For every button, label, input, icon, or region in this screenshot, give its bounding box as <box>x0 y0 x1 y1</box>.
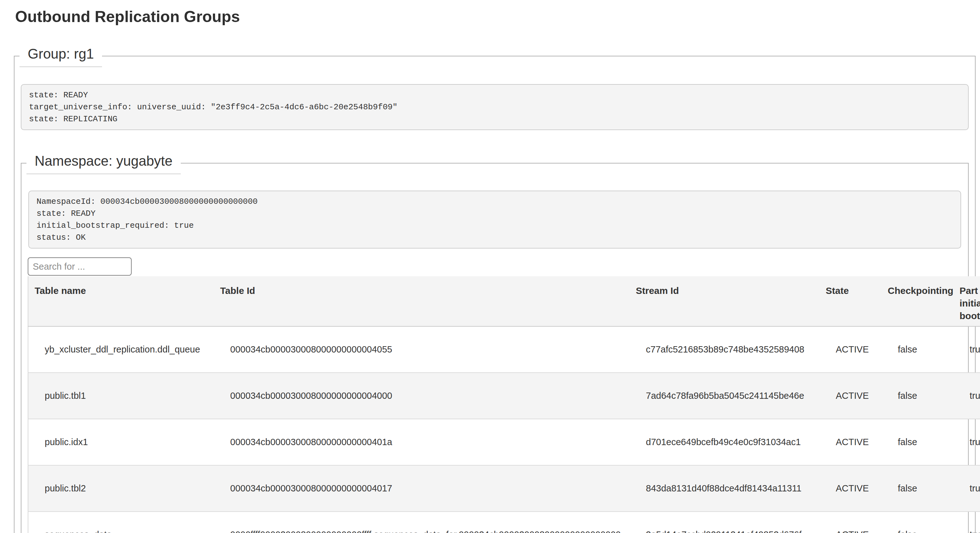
table-row: public.tbl2 000034cb00003000800000000000… <box>28 465 980 512</box>
cell-stream-id: 843da8131d40f88dce4df81434a11311 <box>630 465 819 512</box>
cell-checkpointing: false <box>881 373 953 419</box>
page-title: Outbound Replication Groups <box>15 8 980 25</box>
cell-table-id: 000034cb000030008000000000004055 <box>214 326 630 373</box>
cell-part-of-initial-bootstrap: true <box>953 326 980 373</box>
namespace-info: NamespaceId: 000034cb0000300080000000000… <box>28 191 961 248</box>
table-row: public.tbl1 000034cb00003000800000000000… <box>28 373 980 419</box>
cell-state: ACTIVE <box>819 326 881 373</box>
namespace-fieldset: Namespace: yugabyte NamespaceId: 000034c… <box>21 163 969 533</box>
cell-part-of-initial-bootstrap: true <box>953 419 980 465</box>
column-header-table-id: Table Id <box>214 276 630 326</box>
column-header-table-name: Table name <box>28 276 214 326</box>
table-row: yb_xcluster_ddl_replication.ddl_queue 00… <box>28 326 980 373</box>
cell-state: ACTIVE <box>819 419 881 465</box>
cell-part-of-initial-bootstrap: true <box>953 465 980 512</box>
cell-stream-id: c77afc5216853b89c748be4352589408 <box>630 326 819 373</box>
table-body: yb_xcluster_ddl_replication.ddl_queue 00… <box>28 326 980 533</box>
cell-table-name: public.tbl1 <box>28 373 214 419</box>
table-header-row: Table name Table Id Stream Id State Chec… <box>28 276 980 326</box>
column-header-stream-id: Stream Id <box>630 276 819 326</box>
table-row: public.idx1 000034cb00003000800000000000… <box>28 419 980 465</box>
cell-table-id: 0000ffff00003000800000000000ffff.sequenc… <box>214 512 630 533</box>
cell-table-name: public.tbl2 <box>28 465 214 512</box>
cell-checkpointing: false <box>881 419 953 465</box>
cell-table-name: sequences_data <box>28 512 214 533</box>
cell-checkpointing: false <box>881 512 953 533</box>
namespace-legend: Namespace: yugabyte <box>27 153 181 174</box>
cell-stream-id: d701ece649bcefb49c4e0c9f31034ac1 <box>630 419 819 465</box>
cell-part-of-initial-bootstrap: true <box>953 512 980 533</box>
cell-table-id: 000034cb000030008000000000004000 <box>214 373 630 419</box>
cell-stream-id: 7ad64c78fa96b5ba5045c241145be46e <box>630 373 819 419</box>
cell-stream-id: 3a5d14e7ccbd02911341ef49853d676f <box>630 512 819 533</box>
column-header-checkpointing: Checkpointing <box>881 276 953 326</box>
column-header-part-of-initial-bootstrap: Part of initial bootstrap <box>953 276 980 326</box>
search-input[interactable] <box>28 257 132 276</box>
cell-checkpointing: false <box>881 326 953 373</box>
cell-table-name: yb_xcluster_ddl_replication.ddl_queue <box>28 326 214 373</box>
cell-table-name: public.idx1 <box>28 419 214 465</box>
cell-table-id: 000034cb000030008000000000004017 <box>214 465 630 512</box>
group-state-info: state: READY target_universe_info: unive… <box>21 84 969 130</box>
cell-state: ACTIVE <box>819 373 881 419</box>
cell-state: ACTIVE <box>819 465 881 512</box>
cell-table-id: 000034cb00003000800000000000401a <box>214 419 630 465</box>
column-header-state: State <box>819 276 881 326</box>
cell-checkpointing: false <box>881 465 953 512</box>
group-fieldset: Group: rg1 state: READY target_universe_… <box>14 56 975 533</box>
table-row: sequences_data 0000ffff00003000800000000… <box>28 512 980 533</box>
cell-part-of-initial-bootstrap: true <box>953 373 980 419</box>
table-header: Table name Table Id Stream Id State Chec… <box>28 276 980 326</box>
group-legend: Group: rg1 <box>19 46 102 67</box>
cell-state: ACTIVE <box>819 512 881 533</box>
replication-tables-table: Table name Table Id Stream Id State Chec… <box>28 276 980 533</box>
